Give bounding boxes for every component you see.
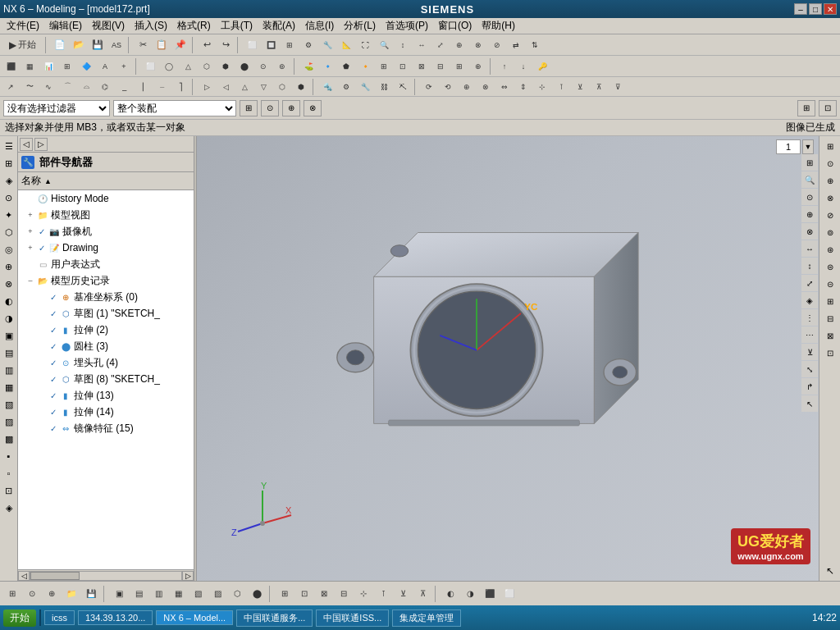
tb1-b10[interactable]: ↔ xyxy=(413,36,431,54)
taskbar-item-unicom1[interactable]: 中国联通服务... xyxy=(236,609,313,627)
vp-icon-9[interactable]: ◈ xyxy=(801,292,818,308)
left-icon-19[interactable]: ▪ xyxy=(1,448,17,464)
menu-edit[interactable]: 编辑(E) xyxy=(44,17,87,34)
left-icon-13[interactable]: ▤ xyxy=(1,345,17,361)
rp-icon-4[interactable]: ⊗ xyxy=(822,189,838,206)
tb3-b21[interactable]: ⛏ xyxy=(394,78,412,96)
tb2-b12[interactable]: ⬢ xyxy=(217,57,235,75)
left-icon-22[interactable]: ◈ xyxy=(1,500,17,516)
vp-icon-cursor[interactable]: ↖ xyxy=(801,395,818,412)
tb3-b32[interactable]: ⊽ xyxy=(609,78,627,96)
tb1-b12[interactable]: ⊕ xyxy=(450,36,468,54)
bt-b5[interactable]: 💾 xyxy=(82,585,100,603)
cut-btn[interactable]: ✂ xyxy=(134,36,152,54)
bt-b8[interactable]: ▥ xyxy=(149,585,167,603)
vp-icon-12[interactable]: ⊻ xyxy=(801,344,818,360)
tb3-b7[interactable]: ⎯ xyxy=(115,78,133,96)
bt-b9[interactable]: ▦ xyxy=(169,585,187,603)
tree-item-mirror15[interactable]: ✓ ⇔ 镜像特征 (15) xyxy=(18,420,194,436)
vp-icon-6[interactable]: ↔ xyxy=(801,240,818,257)
menu-help[interactable]: 帮助(H) xyxy=(477,17,520,34)
tb3-b30[interactable]: ⊻ xyxy=(571,78,589,96)
bt-b11[interactable]: ▨ xyxy=(208,585,226,603)
tb3-b22[interactable]: ⟳ xyxy=(420,78,438,96)
tb3-b25[interactable]: ⊗ xyxy=(477,78,495,96)
filter-btn-2[interactable]: ⊙ xyxy=(261,100,279,116)
taskbar-item-integrate[interactable]: 集成定单管理 xyxy=(392,609,461,627)
rp-icon-10[interactable]: ⊞ xyxy=(822,293,838,309)
rp-icon-9[interactable]: ⊝ xyxy=(822,276,838,292)
tb2-b25[interactable]: ⊕ xyxy=(469,57,487,75)
taskbar-item-icss[interactable]: icss xyxy=(44,610,75,625)
tb3-b13[interactable]: △ xyxy=(235,78,253,96)
bt-b19[interactable]: ⊺ xyxy=(374,585,392,603)
vp-icon-5[interactable]: ⊗ xyxy=(801,223,818,240)
tb3-b5[interactable]: ⌓ xyxy=(77,78,95,96)
left-icon-15[interactable]: ▦ xyxy=(1,379,17,395)
bt-b13[interactable]: ⬤ xyxy=(248,585,266,603)
tb2-b11[interactable]: ⬡ xyxy=(198,57,216,75)
tree-item-sketch8[interactable]: ✓ ⬡ 草图 (8) "SKETCH_ xyxy=(18,371,194,387)
tb2-b13[interactable]: ⬤ xyxy=(235,57,253,75)
bt-b3[interactable]: ⊕ xyxy=(43,585,61,603)
left-icon-12[interactable]: ▣ xyxy=(1,327,17,344)
hscroll-track[interactable] xyxy=(30,571,182,581)
save-as-btn[interactable]: AS xyxy=(107,36,126,54)
tb3-b18[interactable]: ⚙ xyxy=(337,78,355,96)
menu-insert[interactable]: 插入(S) xyxy=(130,17,172,34)
vp-icon-7[interactable]: ↕ xyxy=(801,258,818,274)
tb2-b10[interactable]: △ xyxy=(179,57,197,75)
undo-btn[interactable]: ↩ xyxy=(198,36,216,54)
nav-forward[interactable]: ▷ xyxy=(34,138,48,151)
maximize-button[interactable]: □ xyxy=(809,3,822,15)
paste-btn[interactable]: 📌 xyxy=(171,36,189,54)
bt-b12[interactable]: ⬡ xyxy=(228,585,246,603)
left-icon-20[interactable]: ▫ xyxy=(1,465,17,482)
tb3-b20[interactable]: ⛓ xyxy=(375,78,393,96)
vp-icon-8[interactable]: ⤢ xyxy=(801,275,818,291)
tb3-b15[interactable]: ⬡ xyxy=(273,78,291,96)
left-icon-21[interactable]: ⊡ xyxy=(1,482,17,499)
tree-item-user-expr[interactable]: ▭ 用户表达式 xyxy=(18,256,194,272)
tree-item-extrude13[interactable]: ✓ ▮ 拉伸 (13) xyxy=(18,387,194,404)
menu-info[interactable]: 信息(I) xyxy=(300,17,339,34)
tb2-b23[interactable]: ⊟ xyxy=(431,57,450,75)
tree-item-sketch1[interactable]: ✓ ⬡ 草图 (1) "SKETCH_ xyxy=(18,305,194,322)
tb1-b11[interactable]: ⤢ xyxy=(431,36,450,54)
bt-b7[interactable]: ▤ xyxy=(130,585,148,603)
bt-b25[interactable]: ⬜ xyxy=(500,585,518,603)
open-btn[interactable]: 📂 xyxy=(70,36,88,54)
tb1-b3[interactable]: ⊞ xyxy=(281,36,299,54)
hscroll-bar[interactable]: ◁ ▷ xyxy=(18,569,194,581)
left-icon-3[interactable]: ◈ xyxy=(1,172,17,189)
tb2-b9[interactable]: ◯ xyxy=(160,57,178,75)
filter-btn-1[interactable]: ⊞ xyxy=(240,100,258,116)
rp-icon-11[interactable]: ⊟ xyxy=(822,310,838,326)
tb3-b3[interactable]: ∿ xyxy=(39,78,57,96)
rp-icon-3[interactable]: ⊕ xyxy=(822,172,838,189)
tb3-b26[interactable]: ⇔ xyxy=(495,78,514,96)
tb1-b15[interactable]: ⇄ xyxy=(507,36,525,54)
tb3-b17[interactable]: 🔩 xyxy=(318,78,336,96)
bt-b10[interactable]: ▧ xyxy=(189,585,207,603)
tree-item-extrude14[interactable]: ✓ ▮ 拉伸 (14) xyxy=(18,404,194,420)
left-icon-14[interactable]: ▥ xyxy=(1,362,17,378)
tb2-b27[interactable]: ↓ xyxy=(514,57,532,75)
scroll-right[interactable]: ▷ xyxy=(182,571,194,581)
bt-b21[interactable]: ⊼ xyxy=(413,585,431,603)
tb1-b14[interactable]: ⊘ xyxy=(488,36,506,54)
scroll-left[interactable]: ◁ xyxy=(18,571,30,581)
tb3-b31[interactable]: ⊼ xyxy=(590,78,608,96)
tb2-b6[interactable]: A xyxy=(96,57,114,75)
tb2-b19[interactable]: 🔸 xyxy=(356,57,374,75)
menu-format[interactable]: 格式(R) xyxy=(172,17,216,34)
left-icon-4[interactable]: ⊙ xyxy=(1,189,17,206)
tb3-b8[interactable]: ⎮ xyxy=(134,78,152,96)
bt-b20[interactable]: ⊻ xyxy=(394,585,412,603)
left-icon-1[interactable]: ☰ xyxy=(1,138,17,154)
tree-item-camera[interactable]: + ✓ 📷 摄像机 xyxy=(18,223,194,240)
tb2-b17[interactable]: 🔹 xyxy=(318,57,336,75)
save-btn[interactable]: 💾 xyxy=(89,36,107,54)
tb2-b8[interactable]: ⬜ xyxy=(141,57,159,75)
tb1-b9[interactable]: ↕ xyxy=(394,36,412,54)
